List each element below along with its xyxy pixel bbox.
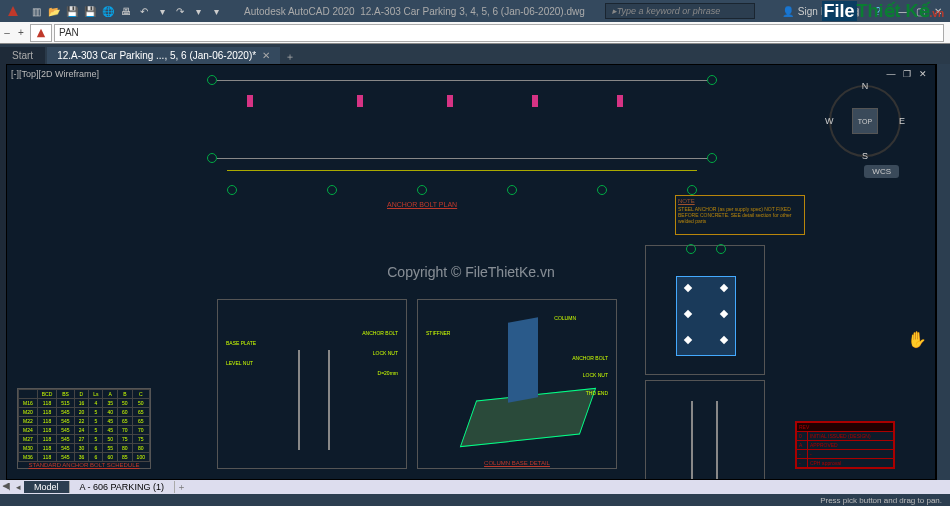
ribbon-collapse-icon[interactable]: – [0,27,14,38]
viewcube-w[interactable]: W [825,116,834,126]
table-header: B [118,390,133,399]
redo-drop-icon[interactable]: ▾ [190,3,206,19]
grid-bubble [417,185,427,195]
grid-bubble [707,75,717,85]
drawing-tab[interactable]: 12.A-303 Car Parking ..., 5, 6 (Jan-06-2… [47,47,280,64]
doc-minimize-icon[interactable]: — [885,69,897,79]
bolt-hole-icon [684,284,692,292]
iso-column [508,317,538,402]
viewcube-n[interactable]: N [862,81,869,91]
bolt-line [328,350,330,450]
model-tab[interactable]: Model [24,481,70,493]
view-cube[interactable]: N S E W TOP [825,81,905,161]
grid-bubble [707,153,717,163]
quick-access-toolbar: ▥ 📂 💾 💾 🌐 🖶 ↶ ▾ ↷ ▾ ▾ [28,3,224,19]
note-title: NOTE [676,196,804,206]
viewcube-s[interactable]: S [862,151,868,161]
bolt-hole-icon [720,310,728,318]
table-header [19,390,38,399]
anchor-marker [617,95,623,107]
status-hint: Press pick button and drag to pan. [820,496,942,505]
bolt-line [716,401,718,480]
ribbon-expand-icon[interactable]: + [14,27,28,38]
site-logo: FileThiết Kế.vn [822,0,944,22]
viewcube-e[interactable]: E [899,116,905,126]
layout-tab[interactable]: A - 606 PARKING (1) [70,481,175,493]
drawing-canvas[interactable]: [-][Top][2D Wireframe] — ❐ ✕ N S E W TOP… [6,64,936,480]
title-bar: ▥ 📂 💾 💾 🌐 🖶 ↶ ▾ ↷ ▾ ▾ Autodesk AutoCAD 2… [0,0,950,22]
doc-close-icon[interactable]: ✕ [917,69,929,79]
dimension-line [227,170,697,171]
anchor-marker [357,95,363,107]
qat-more-icon[interactable]: ▾ [208,3,224,19]
grid-bubble [327,185,337,195]
base-plate-detail [645,245,765,375]
grid-bubble [507,185,517,195]
viewcube-top[interactable]: TOP [852,108,878,134]
bolt-line [691,401,693,480]
label: LOCK NUT [583,372,608,378]
undo-drop-icon[interactable]: ▾ [154,3,170,19]
table-header: A [103,390,118,399]
sheet-first-icon[interactable]: ⯇ [0,482,12,492]
add-layout-icon[interactable]: ＋ [175,481,189,494]
grid-line [217,158,707,159]
label: D=20mm [378,370,398,376]
rev-row: AAPPROVED [797,441,894,450]
note-box: NOTE STEEL ANCHOR (as per supply spec) N… [675,195,805,235]
rev-row: -CPH approval [797,459,894,468]
table-row: M30118545306558080 [19,444,150,453]
note-body: STEEL ANCHOR (as per supply spec) NOT FI… [676,206,804,224]
table-row: M24118545245457070 [19,426,150,435]
open-icon[interactable]: 📂 [46,3,62,19]
user-icon: 👤 [782,6,794,17]
table-row: M27118545275507575 [19,435,150,444]
file-tab-bar: Start 12.A-303 Car Parking ..., 5, 6 (Ja… [0,44,950,64]
bolt-hole-icon [684,310,692,318]
table-row: M20118545205406065 [19,408,150,417]
table-header: BS [57,390,74,399]
saveas-icon[interactable]: 💾 [82,3,98,19]
table-row: M361185453666085100 [19,453,150,462]
sheet-prev-icon[interactable]: ◂ [12,482,24,492]
vertical-scrollbar[interactable] [936,64,950,480]
label: LOCK NUT [373,350,398,356]
anchor-marker [532,95,538,107]
command-logo-icon [30,24,52,42]
viewport-controls[interactable]: [-][Top][2D Wireframe] [11,69,99,79]
undo-icon[interactable]: ↶ [136,3,152,19]
wcs-badge[interactable]: WCS [864,165,899,178]
grid-bubble [227,185,237,195]
bolt-hole-icon [720,284,728,292]
save-icon[interactable]: 💾 [64,3,80,19]
table-header: D [74,390,89,399]
web-icon[interactable]: 🌐 [100,3,116,19]
grid-bubble [686,244,696,254]
plot-icon[interactable]: 🖶 [118,3,134,19]
anchor-bolt-plan [207,75,727,195]
schedule-title: STANDARD ANCHOR BOLT SCHEDULE [18,462,150,468]
revision-table: REV0INITIAL ISSUED (DESIGN)AAPPROVED---C… [795,421,895,469]
plan-title: ANCHOR BOLT PLAN [387,201,457,208]
layout-tab-bar: ⯇ ◂ Model A - 606 PARKING (1) ＋ [0,480,950,494]
table-header: C [132,390,149,399]
workspace: [-][Top][2D Wireframe] — ❐ ✕ N S E W TOP… [0,64,950,480]
doc-restore-icon[interactable]: ❐ [901,69,913,79]
label: COLUMN [554,315,576,321]
document-window-controls: — ❐ ✕ [885,69,929,79]
anchor-marker [447,95,453,107]
close-tab-icon[interactable]: ✕ [262,50,270,61]
help-search-input[interactable]: ▸ Type a keyword or phrase [605,3,755,19]
rev-row: 0INITIAL ISSUED (DESIGN) [797,432,894,441]
bolt-hole-icon [720,336,728,344]
redo-icon[interactable]: ↷ [172,3,188,19]
app-title: Autodesk AutoCAD 2020 12.A-303 Car Parki… [244,6,585,17]
app-logo-icon [4,2,22,20]
start-tab[interactable]: Start [0,47,45,64]
add-tab-button[interactable]: ＋ [280,50,300,64]
pan-cursor-icon: ✋ [907,330,927,349]
bolt-section-box: BASE PLATE LEVEL NUT ANCHOR BOLT LOCK NU… [217,299,407,469]
table-row: M22118545225456565 [19,417,150,426]
command-input[interactable]: PAN [54,24,944,42]
new-icon[interactable]: ▥ [28,3,44,19]
